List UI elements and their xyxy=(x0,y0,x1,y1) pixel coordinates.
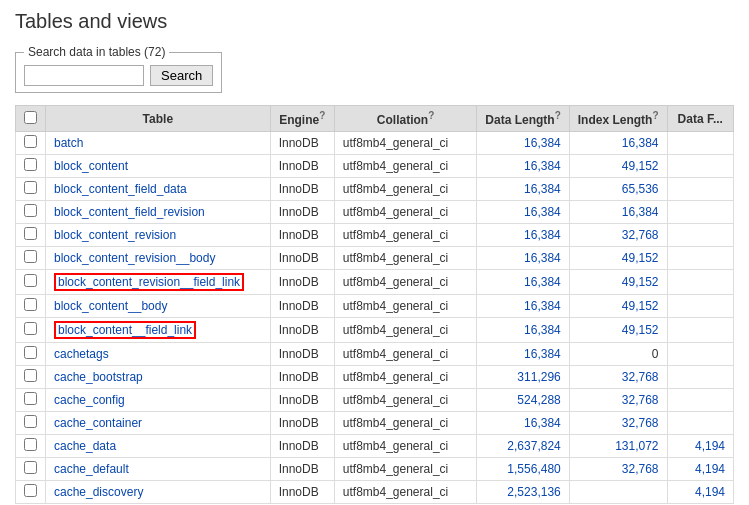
table-engine: InnoDB xyxy=(270,458,334,481)
row-checkbox[interactable] xyxy=(24,369,37,382)
table-name-link[interactable]: cache_bootstrap xyxy=(54,370,143,384)
header-index-length[interactable]: Index Length xyxy=(569,106,667,132)
select-all-checkbox[interactable] xyxy=(24,111,37,124)
table-collation: utf8mb4_general_ci xyxy=(334,178,476,201)
table-row: cache_bootstrapInnoDButf8mb4_general_ci3… xyxy=(16,366,734,389)
table-name-link[interactable]: block_content_revision__field_link xyxy=(54,273,244,291)
table-data-free xyxy=(667,343,733,366)
table-name-link[interactable]: cache_config xyxy=(54,393,125,407)
header-data-length[interactable]: Data Length xyxy=(477,106,569,132)
row-checkbox[interactable] xyxy=(24,274,37,287)
table-collation: utf8mb4_general_ci xyxy=(334,247,476,270)
row-checkbox[interactable] xyxy=(24,204,37,217)
table-engine: InnoDB xyxy=(270,270,334,295)
search-fieldset: Search data in tables (72) Search xyxy=(15,45,222,93)
table-data-length: 311,296 xyxy=(477,366,569,389)
table-engine: InnoDB xyxy=(270,366,334,389)
table-data-length: 16,384 xyxy=(477,247,569,270)
table-row: cache_dataInnoDButf8mb4_general_ci2,637,… xyxy=(16,435,734,458)
table-name-link[interactable]: cachetags xyxy=(54,347,109,361)
table-collation: utf8mb4_general_ci xyxy=(334,270,476,295)
header-engine[interactable]: Engine xyxy=(270,106,334,132)
table-name-link[interactable]: block_content_field_data xyxy=(54,182,187,196)
table-collation: utf8mb4_general_ci xyxy=(334,201,476,224)
table-collation: utf8mb4_general_ci xyxy=(334,435,476,458)
table-data-free xyxy=(667,366,733,389)
row-checkbox[interactable] xyxy=(24,250,37,263)
table-index-length: 32,768 xyxy=(569,458,667,481)
table-index-length: 49,152 xyxy=(569,318,667,343)
table-engine: InnoDB xyxy=(270,343,334,366)
table-name-link[interactable]: cache_discovery xyxy=(54,485,143,499)
row-checkbox[interactable] xyxy=(24,322,37,335)
table-engine: InnoDB xyxy=(270,389,334,412)
table-data-free: 4,194 xyxy=(667,435,733,458)
table-index-length: 16,384 xyxy=(569,201,667,224)
table-row: block_content_revisionInnoDButf8mb4_gene… xyxy=(16,224,734,247)
table-name-link[interactable]: batch xyxy=(54,136,83,150)
search-legend: Search data in tables (72) xyxy=(24,45,169,59)
table-engine: InnoDB xyxy=(270,481,334,504)
row-checkbox[interactable] xyxy=(24,227,37,240)
header-data-free[interactable]: Data F... xyxy=(667,106,733,132)
table-index-length: 49,152 xyxy=(569,155,667,178)
table-collation: utf8mb4_general_ci xyxy=(334,366,476,389)
table-data-length: 16,384 xyxy=(477,132,569,155)
table-row: block_content_field_dataInnoDButf8mb4_ge… xyxy=(16,178,734,201)
table-data-length: 2,637,824 xyxy=(477,435,569,458)
row-checkbox[interactable] xyxy=(24,298,37,311)
row-checkbox[interactable] xyxy=(24,392,37,405)
table-data-free: 4,194 xyxy=(667,458,733,481)
table-name-link[interactable]: block_content xyxy=(54,159,128,173)
table-row: block_contentInnoDButf8mb4_general_ci16,… xyxy=(16,155,734,178)
search-input[interactable] xyxy=(24,65,144,86)
table-engine: InnoDB xyxy=(270,224,334,247)
table-index-length: 49,152 xyxy=(569,270,667,295)
table-data-length: 16,384 xyxy=(477,270,569,295)
table-engine: InnoDB xyxy=(270,201,334,224)
row-checkbox[interactable] xyxy=(24,181,37,194)
table-name-link[interactable]: block_content__field_link xyxy=(54,321,196,339)
table-collation: utf8mb4_general_ci xyxy=(334,389,476,412)
table-row: cache_configInnoDButf8mb4_general_ci524,… xyxy=(16,389,734,412)
table-engine: InnoDB xyxy=(270,435,334,458)
table-name-link[interactable]: block_content_field_revision xyxy=(54,205,205,219)
table-data-free xyxy=(667,295,733,318)
table-index-length xyxy=(569,481,667,504)
table-name-link[interactable]: cache_container xyxy=(54,416,142,430)
row-checkbox[interactable] xyxy=(24,135,37,148)
table-name-link[interactable]: block_content_revision xyxy=(54,228,176,242)
table-index-length: 65,536 xyxy=(569,178,667,201)
table-data-length: 16,384 xyxy=(477,201,569,224)
table-data-length: 1,556,480 xyxy=(477,458,569,481)
header-collation[interactable]: Collation xyxy=(334,106,476,132)
table-row: block_content__bodyInnoDButf8mb4_general… xyxy=(16,295,734,318)
table-collation: utf8mb4_general_ci xyxy=(334,343,476,366)
table-data-free xyxy=(667,132,733,155)
row-checkbox[interactable] xyxy=(24,415,37,428)
row-checkbox[interactable] xyxy=(24,461,37,474)
row-checkbox[interactable] xyxy=(24,346,37,359)
table-name-link[interactable]: cache_data xyxy=(54,439,116,453)
table-name-link[interactable]: block_content__body xyxy=(54,299,167,313)
table-data-length: 2,523,136 xyxy=(477,481,569,504)
table-name-link[interactable]: cache_default xyxy=(54,462,129,476)
table-index-length: 32,768 xyxy=(569,366,667,389)
row-checkbox[interactable] xyxy=(24,484,37,497)
search-button[interactable]: Search xyxy=(150,65,213,86)
table-data-free xyxy=(667,178,733,201)
table-collation: utf8mb4_general_ci xyxy=(334,295,476,318)
table-row: block_content_field_revisionInnoDButf8mb… xyxy=(16,201,734,224)
table-data-length: 16,384 xyxy=(477,224,569,247)
table-row: block_content_revision__bodyInnoDButf8mb… xyxy=(16,247,734,270)
table-index-length: 32,768 xyxy=(569,389,667,412)
table-data-free xyxy=(667,412,733,435)
table-engine: InnoDB xyxy=(270,318,334,343)
table-engine: InnoDB xyxy=(270,155,334,178)
table-name-link[interactable]: block_content_revision__body xyxy=(54,251,215,265)
row-checkbox[interactable] xyxy=(24,438,37,451)
row-checkbox[interactable] xyxy=(24,158,37,171)
table-data-length: 16,384 xyxy=(477,295,569,318)
table-data-length: 16,384 xyxy=(477,178,569,201)
table-data-free xyxy=(667,247,733,270)
